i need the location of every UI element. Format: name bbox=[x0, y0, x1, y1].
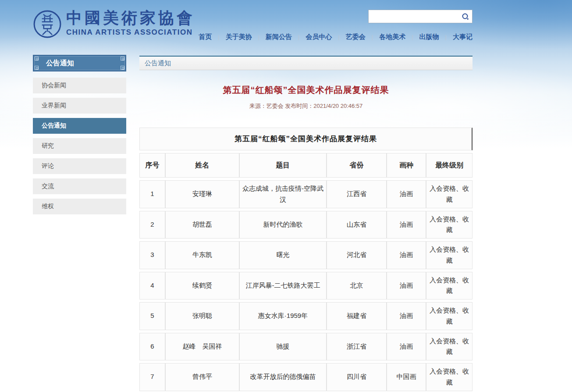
sidebar-title: 公告通知 bbox=[33, 55, 126, 71]
table-cell: 改革开放后的德俄偏苗 bbox=[239, 363, 327, 391]
table-cell: 中国画 bbox=[387, 363, 426, 391]
table-cell: 山东省 bbox=[327, 211, 387, 239]
sidebar-item-2[interactable]: 业界新闻 bbox=[33, 98, 126, 114]
nav-item-5[interactable]: 艺委会 bbox=[340, 33, 372, 41]
corner-ornament-icon bbox=[35, 66, 39, 70]
nav-item-6[interactable]: 各地美术 bbox=[373, 33, 412, 41]
table-cell: 牛东凯 bbox=[165, 241, 239, 269]
search-button[interactable] bbox=[459, 10, 472, 23]
main-content: 公告通知 第五届“红船颂”全国美术作品展复评结果 来源：艺委会 发布时间：202… bbox=[139, 56, 473, 392]
table-cell: 3 bbox=[139, 241, 165, 269]
table-cell: 油画 bbox=[387, 333, 426, 361]
table-row: 7曾伟平改革开放后的德俄偏苗四川省中国画入会资格、收藏 bbox=[139, 363, 473, 391]
corner-ornament-icon bbox=[35, 57, 39, 61]
table-cell: 江西省 bbox=[327, 180, 387, 208]
table-body: 1安瑾琳众志成城，抗击疫情-空降武汉江西省油画入会资格、收藏2胡世磊新时代的渔歌… bbox=[139, 180, 473, 392]
table-cell: 曾伟平 bbox=[165, 363, 239, 391]
table-cell: 河北省 bbox=[327, 241, 387, 269]
table-header-row: 序号姓名题目省份画种最终级别 bbox=[139, 153, 473, 178]
column-header: 姓名 bbox=[165, 153, 239, 178]
column-header: 省份 bbox=[327, 153, 387, 178]
column-header: 序号 bbox=[139, 153, 165, 178]
logo-title-zh: 中國美術家協會 bbox=[66, 8, 195, 27]
article-meta: 来源：艺委会 发布时间：2021/4/20 20:46:57 bbox=[139, 102, 473, 110]
sidebar: 公告通知 协会新闻业界新闻公告通知研究评论交流维权 bbox=[33, 55, 126, 219]
search-input[interactable] bbox=[369, 10, 459, 23]
table-cell: 4 bbox=[139, 272, 165, 300]
table-row: 1安瑾琳众志成城，抗击疫情-空降武汉江西省油画入会资格、收藏 bbox=[139, 180, 473, 208]
table-cell: 油画 bbox=[387, 272, 426, 300]
table-cell: 2 bbox=[139, 211, 165, 239]
table-caption-row: 第五届“红船颂”全国美术作品展复评结果 bbox=[139, 128, 473, 150]
table-cell: 入会资格、收藏 bbox=[426, 363, 473, 391]
table-cell: 入会资格、收藏 bbox=[426, 302, 473, 330]
table-cell: 6 bbox=[139, 333, 165, 361]
sidebar-item-7[interactable]: 维权 bbox=[33, 199, 126, 214]
column-header: 画种 bbox=[387, 153, 426, 178]
search-box bbox=[368, 10, 473, 23]
table-caption: 第五届“红船颂”全国美术作品展复评结果 bbox=[139, 128, 473, 150]
sidebar-item-5[interactable]: 评论 bbox=[33, 158, 126, 174]
column-header: 题目 bbox=[239, 153, 327, 178]
nav-item-7[interactable]: 出版物 bbox=[413, 33, 445, 41]
table-cell: 胡世磊 bbox=[165, 211, 239, 239]
table-cell: 江岸风暴-二七铁路大罢工 bbox=[239, 272, 327, 300]
nav-item-4[interactable]: 会员中心 bbox=[299, 33, 338, 41]
table-row: 5张明聪惠女水库·1959年福建省油画入会资格、收藏 bbox=[139, 302, 473, 330]
table-cell: 油画 bbox=[387, 302, 426, 330]
table-cell: 7 bbox=[139, 363, 165, 391]
table-cell: 驰援 bbox=[239, 333, 327, 361]
table-row: 4续鹤贤江岸风暴-二七铁路大罢工北京油画入会资格、收藏 bbox=[139, 272, 473, 300]
table-cell: 四川省 bbox=[327, 363, 387, 391]
table-cell: 油画 bbox=[387, 180, 426, 208]
table-cell: 入会资格、收藏 bbox=[426, 272, 473, 300]
sidebar-item-4[interactable]: 研究 bbox=[33, 138, 126, 154]
table-cell: 浙江省 bbox=[327, 333, 387, 361]
breadcrumb: 公告通知 bbox=[145, 59, 171, 68]
nav-item-1[interactable]: 首页 bbox=[192, 33, 218, 41]
table-cell: 赵峰 吴国祥 bbox=[165, 333, 239, 361]
sidebar-item-6[interactable]: 交流 bbox=[33, 178, 126, 194]
table-cell: 张明聪 bbox=[165, 302, 239, 330]
table-row: 2胡世磊新时代的渔歌山东省油画入会资格、收藏 bbox=[139, 211, 473, 239]
breadcrumb-bar: 公告通知 bbox=[139, 56, 473, 70]
table-cell: 福建省 bbox=[327, 302, 387, 330]
table-cell: 续鹤贤 bbox=[165, 272, 239, 300]
table-cell: 入会资格、收藏 bbox=[426, 241, 473, 269]
results-table: 第五届“红船颂”全国美术作品展复评结果 序号姓名题目省份画种最终级别 1安瑾琳众… bbox=[139, 125, 473, 392]
table-cell: 惠女水库·1959年 bbox=[239, 302, 327, 330]
table-cell: 5 bbox=[139, 302, 165, 330]
table-cell: 入会资格、收藏 bbox=[426, 333, 473, 361]
column-header: 最终级别 bbox=[426, 153, 473, 178]
corner-ornament-icon bbox=[121, 57, 124, 61]
search-icon bbox=[462, 13, 469, 21]
nav-item-2[interactable]: 关于美协 bbox=[220, 33, 258, 41]
table-cell: 曙光 bbox=[239, 241, 327, 269]
main-nav: 首页|关于美协|新闻公告|会员中心|艺委会|各地美术|出版物|大事记 bbox=[139, 31, 473, 43]
table-cell: 油画 bbox=[387, 241, 426, 269]
article-title: 第五届“红船颂”全国美术作品展复评结果 bbox=[139, 84, 473, 96]
sidebar-title-label: 公告通知 bbox=[46, 59, 74, 68]
table-cell: 1 bbox=[139, 180, 165, 208]
table-row: 6赵峰 吴国祥驰援浙江省油画入会资格、收藏 bbox=[139, 333, 473, 361]
sidebar-menu: 协会新闻业界新闻公告通知研究评论交流维权 bbox=[33, 78, 126, 214]
sidebar-item-1[interactable]: 协会新闻 bbox=[33, 78, 126, 93]
table-cell: 安瑾琳 bbox=[165, 180, 239, 208]
nav-item-8[interactable]: 大事记 bbox=[447, 33, 473, 41]
table-cell: 北京 bbox=[327, 272, 387, 300]
nav-item-3[interactable]: 新闻公告 bbox=[259, 33, 298, 41]
logo-seal-icon bbox=[33, 10, 62, 39]
table-cell: 众志成城，抗击疫情-空降武汉 bbox=[239, 180, 327, 208]
sidebar-item-3[interactable]: 公告通知 bbox=[33, 118, 126, 134]
table-cell: 入会资格、收藏 bbox=[426, 211, 473, 239]
table-cell: 新时代的渔歌 bbox=[239, 211, 327, 239]
table-cell: 油画 bbox=[387, 211, 426, 239]
table-row: 3牛东凯曙光河北省油画入会资格、收藏 bbox=[139, 241, 473, 269]
corner-ornament-icon bbox=[121, 66, 124, 70]
table-cell: 入会资格、收藏 bbox=[426, 180, 473, 208]
